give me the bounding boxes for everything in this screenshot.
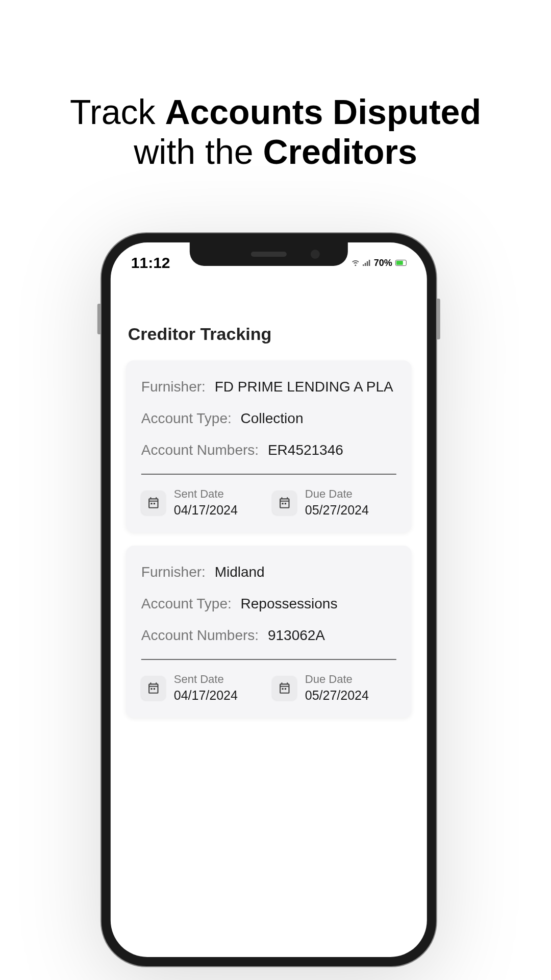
account-numbers-value: 913062A [268,627,325,643]
card-divider [141,659,396,660]
furnisher-row: Furnisher: FD PRIME LENDING A PLA [141,379,396,395]
notch-speaker [251,252,287,257]
account-numbers-value: ER4521346 [268,442,343,458]
account-numbers-row: Account Numbers: ER4521346 [141,442,396,458]
account-type-value: Repossessions [241,596,338,611]
calendar-icon [141,676,166,700]
account-type-value: Collection [241,410,304,426]
account-numbers-row: Account Numbers: 913062A [141,627,396,644]
due-date-label: Due Date [305,672,369,687]
due-date-value: 05/27/2024 [305,687,369,704]
dates-row: Sent Date 04/17/2024 Due Date 05/27/2024 [141,672,396,703]
furnisher-label: Furnisher: [141,379,206,395]
page-title: Creditor Tracking [126,324,412,344]
sent-date-value: 04/17/2024 [174,687,238,704]
due-date-block: Due Date 05/27/2024 [272,487,396,518]
headline-text-3: with the [134,132,263,171]
phone-screen: 11:12 70% Creditor Tracking [111,242,427,957]
account-type-row: Account Type: Repossessions [141,596,396,612]
headline-text-1: Track [70,92,165,131]
svg-rect-2 [367,261,368,266]
svg-rect-0 [363,264,364,266]
status-right: 70% [352,258,407,268]
due-date-value: 05/27/2024 [305,502,369,519]
due-date-label: Due Date [305,487,369,502]
headline-text-2: Accounts Disputed [165,92,481,131]
wifi-icon [352,258,360,268]
furnisher-row: Furnisher: Midland [141,564,396,580]
status-time: 11:12 [131,254,170,272]
notch-camera [311,250,320,259]
signal-icon [363,258,371,268]
due-date-block: Due Date 05/27/2024 [272,672,396,703]
sent-date-value: 04/17/2024 [174,502,238,519]
calendar-icon [272,676,297,700]
battery-icon [395,260,407,266]
furnisher-value: FD PRIME LENDING A PLA [215,379,393,395]
svg-rect-3 [369,260,370,266]
furnisher-value: Midland [215,564,265,580]
sent-date-block: Sent Date 04/17/2024 [141,672,265,703]
dates-row: Sent Date 04/17/2024 Due Date 05/27/2024 [141,487,396,518]
calendar-icon [272,491,297,515]
screen-content: Creditor Tracking Furnisher: FD PRIME LE… [111,273,427,718]
phone-side-button [437,299,440,339]
phone-notch [190,242,348,266]
account-type-label: Account Type: [141,596,232,611]
account-numbers-label: Account Numbers: [141,442,259,458]
phone-mockup: 11:12 70% Creditor Tracking [101,232,437,967]
headline-text-4: Creditors [263,132,417,171]
marketing-headline: Track Accounts Disputed with the Credito… [0,0,551,172]
account-type-label: Account Type: [141,410,232,426]
battery-percent: 70% [374,258,392,268]
account-numbers-label: Account Numbers: [141,627,259,643]
sent-date-label: Sent Date [174,487,238,502]
account-card[interactable]: Furnisher: FD PRIME LENDING A PLA Accoun… [126,360,412,532]
svg-rect-1 [365,263,366,266]
sent-date-label: Sent Date [174,672,238,687]
sent-date-block: Sent Date 04/17/2024 [141,487,265,518]
furnisher-label: Furnisher: [141,564,206,580]
calendar-icon [141,491,166,515]
card-divider [141,474,396,475]
account-card[interactable]: Furnisher: Midland Account Type: Reposse… [126,546,412,718]
phone-frame: 11:12 70% Creditor Tracking [101,232,437,967]
account-type-row: Account Type: Collection [141,410,396,427]
